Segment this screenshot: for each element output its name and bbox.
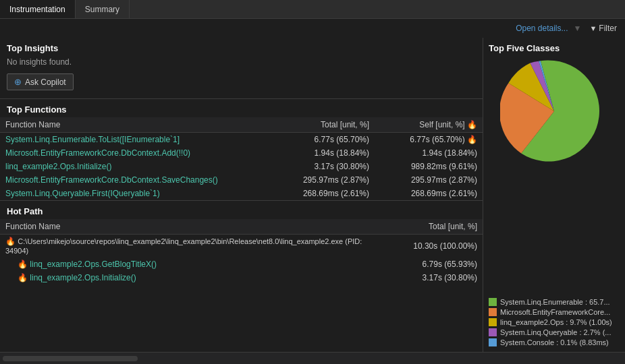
function-row: System.Linq.Enumerable.ToList([IEnumerab… — [0, 133, 483, 147]
filter-button[interactable]: ▼ Filter — [587, 24, 620, 33]
legend-label: linq_example2.Ops : 9.7% (1.00s) — [500, 318, 612, 326]
function-total: 268.69ms (2.61%) — [267, 187, 375, 200]
function-total: 6.77s (65.70%) — [267, 133, 375, 147]
horizontal-scrollbar[interactable] — [3, 356, 138, 361]
function-name[interactable]: Microsoft.EntityFrameworkCore.DbContext.… — [5, 175, 218, 185]
hotpath-row: 🔥 C:\Users\mikejo\source\repos\linq_exam… — [0, 235, 483, 258]
no-insights-text: No insights found. — [0, 56, 483, 71]
ask-copilot-button[interactable]: ⊕ Ask Copilot — [7, 73, 74, 90]
legend-color-swatch — [489, 338, 497, 346]
function-total: 295.97ms (2.87%) — [267, 173, 375, 187]
hotpath-name[interactable]: linq_example2.Ops.Initialize() — [30, 273, 136, 282]
function-total: 1.94s (18.84%) — [267, 146, 375, 160]
flame-icon: 🔥 — [18, 260, 28, 269]
hp-col-total: Total [unit, %] — [375, 219, 483, 235]
legend-label: Microsoft.EntityFrameworkCore... — [500, 308, 610, 316]
function-name[interactable]: linq_example2.Ops.Initialize() — [5, 162, 111, 171]
legend-item: System.Console : 0.1% (8.83ms) — [489, 338, 620, 346]
function-self: 268.69ms (2.61%) — [375, 187, 483, 200]
pie-chart — [500, 57, 608, 165]
legend-item: linq_example2.Ops : 9.7% (1.00s) — [489, 318, 620, 326]
functions-section: Top Functions Function Name Total [unit,… — [0, 99, 483, 201]
fn-col-self: Self [unit, %] 🔥 — [375, 117, 483, 133]
function-total: 3.17s (30.80%) — [267, 160, 375, 173]
action-bar: Open details... ▼ ▼ Filter — [0, 19, 625, 38]
function-row: linq_example2.Ops.Initialize() 3.17s (30… — [0, 160, 483, 173]
legend-label: System.Linq.Enumerable : 65.7... — [500, 298, 610, 306]
bottom-bar — [0, 352, 625, 364]
legend-color-swatch — [489, 318, 497, 326]
legend-item: System.Linq.Queryable : 2.7% (... — [489, 328, 620, 336]
hotpath-title: Hot Path — [0, 201, 483, 219]
right-panel: Top Five Classes System.Linq.Enumerable … — [483, 38, 625, 352]
fn-col-total: Total [unit, %] — [267, 117, 375, 133]
legend-label: System.Console : 0.1% (8.83ms) — [500, 338, 609, 346]
chart-title: Top Five Classes — [489, 43, 620, 53]
function-row: System.Linq.Queryable.First(IQueryable`1… — [0, 187, 483, 200]
main-content: Top Insights No insights found. ⊕ Ask Co… — [0, 38, 625, 352]
hot-icon-header: 🔥 — [467, 120, 477, 129]
function-name[interactable]: Microsoft.EntityFrameworkCore.DbContext.… — [5, 148, 190, 158]
hotpath-table: Function Name Total [unit, %] 🔥 C:\Users… — [0, 219, 483, 284]
functions-title: Top Functions — [0, 99, 483, 117]
legend-color-swatch — [489, 328, 497, 336]
legend-color-swatch — [489, 298, 497, 306]
flame-icon: 🔥 — [18, 273, 28, 282]
insights-title: Top Insights — [0, 38, 483, 56]
hotpath-total: 3.17s (30.80%) — [375, 271, 483, 284]
hotpath-row: 🔥 linq_example2.Ops.GetBlogTitleX() 6.79… — [0, 257, 483, 271]
tab-bar: Instrumentation Summary — [0, 0, 625, 19]
function-name[interactable]: System.Linq.Enumerable.ToList([IEnumerab… — [5, 135, 180, 144]
tab-instrumentation[interactable]: Instrumentation — [0, 0, 76, 18]
function-name[interactable]: System.Linq.Queryable.First(IQueryable`1… — [5, 189, 160, 198]
legend-color-swatch — [489, 308, 497, 316]
tab-summary[interactable]: Summary — [76, 0, 130, 18]
pie-chart-container — [489, 57, 620, 165]
filter-icon: ▼ — [589, 24, 597, 32]
open-details-link[interactable]: Open details... — [516, 24, 568, 33]
hp-col-name: Function Name — [0, 219, 375, 235]
fn-col-name: Function Name — [0, 117, 267, 133]
functions-table: Function Name Total [unit, %] Self [unit… — [0, 117, 483, 200]
hotpath-total: 6.79s (65.93%) — [375, 257, 483, 271]
function-self: 1.94s (18.84%) — [375, 146, 483, 160]
function-self: 6.77s (65.70%) 🔥 — [375, 133, 483, 147]
left-panel: Top Insights No insights found. ⊕ Ask Co… — [0, 38, 483, 352]
function-self: 295.97ms (2.87%) — [375, 173, 483, 187]
copilot-icon: ⊕ — [14, 77, 22, 87]
legend-item: System.Linq.Enumerable : 65.7... — [489, 298, 620, 306]
hotpath-total: 10.30s (100.00%) — [375, 235, 483, 258]
function-row: Microsoft.EntityFrameworkCore.DbContext.… — [0, 173, 483, 187]
hotpath-name: C:\Users\mikejo\source\repos\linq_exampl… — [5, 237, 362, 255]
chart-legend: System.Linq.Enumerable : 65.7... Microso… — [489, 298, 620, 346]
hotpath-row: 🔥 linq_example2.Ops.Initialize() 3.17s (… — [0, 271, 483, 284]
function-row: Microsoft.EntityFrameworkCore.DbContext.… — [0, 146, 483, 160]
function-self: 989.82ms (9.61%) — [375, 160, 483, 173]
hot-icon: 🔥 — [467, 135, 477, 144]
legend-label: System.Linq.Queryable : 2.7% (... — [500, 328, 611, 336]
hotpath-section: Hot Path Function Name Total [unit, %] 🔥… — [0, 201, 483, 284]
root-flame-icon: 🔥 — [5, 237, 16, 246]
hotpath-name[interactable]: linq_example2.Ops.GetBlogTitleX() — [30, 260, 157, 269]
insights-section: Top Insights No insights found. ⊕ Ask Co… — [0, 38, 483, 99]
legend-item: Microsoft.EntityFrameworkCore... — [489, 308, 620, 316]
